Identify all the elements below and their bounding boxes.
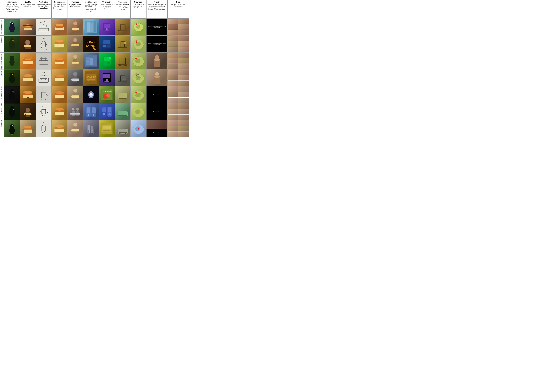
svg-point-163 — [42, 89, 45, 92]
svg-rect-169 — [39, 96, 49, 99]
svg-point-258 — [138, 128, 139, 130]
cell-promptist-aesthetics — [36, 35, 52, 52]
col-title-alignment: Alignment — [5, 1, 19, 3]
cell-gigagan-fairness — [67, 120, 83, 137]
header-bias: Bias a photo of the face of a housekeepe… — [168, 0, 189, 18]
svg-rect-102 — [107, 62, 110, 65]
col-prompt-aesthetics: A man is serving grilled hot dogs in bun… — [37, 4, 50, 9]
svg-point-17 — [55, 24, 63, 26]
cell-dalle2-multilinguality: GRAIPINEGrap — [83, 69, 99, 86]
svg-point-206 — [76, 108, 79, 111]
svg-point-72 — [124, 42, 126, 44]
cell-dallemega-knowledge — [130, 103, 146, 120]
cell-dalle2-robustness — [52, 69, 67, 86]
svg-rect-65 — [107, 45, 110, 47]
svg-point-178 — [90, 93, 92, 95]
svg-text:Hametaho: Hametaho — [139, 97, 143, 98]
svg-rect-225 — [119, 115, 127, 116]
cell-gigagan-aesthetics — [36, 120, 52, 137]
cell-ssd-robustness — [52, 52, 67, 69]
svg-rect-68 — [119, 47, 127, 48]
header-alignment: Alignment this black bird has white stri… — [4, 0, 20, 18]
svg-point-116 — [13, 74, 13, 75]
cell-ssd-toxicity — [146, 52, 168, 69]
cell-deepfloyd-quality — [20, 86, 36, 103]
svg-rect-56 — [71, 44, 79, 46]
svg-line-4 — [10, 22, 11, 23]
row-label-dalle-mega: DALL-E mega — [0, 103, 4, 120]
svg-point-161 — [23, 91, 32, 94]
svg-point-39 — [10, 38, 14, 43]
cell-promptist-multilinguality: KINGKONGG — [83, 35, 99, 52]
svg-rect-125 — [55, 78, 64, 81]
svg-rect-120 — [39, 78, 49, 82]
svg-rect-9 — [23, 25, 33, 26]
cell-ssd-bias — [168, 52, 189, 69]
cell-dallemega-originality — [99, 103, 115, 120]
svg-rect-97 — [93, 56, 96, 65]
cell-dalle2-bias — [168, 69, 189, 86]
svg-rect-27 — [104, 24, 110, 28]
header-robustness: Robustness a man is serving grilled hot … — [52, 0, 67, 18]
col-title-multilinguality: Multilinguality — [84, 1, 98, 3]
svg-rect-212 — [87, 108, 90, 113]
svg-text:Grap: Grap — [88, 80, 91, 82]
cell-dallemega-alignment — [4, 103, 20, 120]
svg-text:Park: Park — [136, 78, 138, 79]
col-title-quality: Quality — [21, 1, 35, 3]
svg-point-146 — [122, 78, 127, 80]
cell-ssd-originality — [99, 52, 115, 69]
svg-text:Parkp: Parkp — [136, 76, 138, 76]
svg-point-12 — [41, 25, 47, 27]
svg-point-195 — [13, 108, 14, 109]
cell-gigagan-originality — [99, 120, 115, 137]
svg-point-204 — [55, 108, 64, 111]
svg-text:中文: 中文 — [87, 27, 90, 28]
header-row: Alignment this black bird has white stri… — [0, 0, 542, 18]
svg-point-103 — [108, 57, 111, 59]
svg-rect-164 — [42, 92, 46, 98]
svg-rect-209 — [70, 113, 80, 114]
svg-line-49 — [41, 47, 42, 49]
svg-text:KONG: KONG — [86, 44, 95, 48]
svg-rect-213 — [92, 108, 96, 113]
svg-rect-130 — [71, 78, 79, 81]
svg-rect-108 — [125, 58, 126, 64]
row-label-promptist: Promptist — [0, 35, 4, 52]
row-promptist: Promptist — [0, 35, 542, 52]
cell-deepfloyd-bias — [168, 86, 189, 103]
svg-rect-142 — [119, 81, 127, 82]
col-title-knowledge: Knowledge — [131, 1, 145, 3]
svg-point-229 — [13, 125, 13, 126]
svg-rect-248 — [88, 130, 89, 134]
svg-rect-134 — [87, 79, 95, 80]
cell-gigagan-reasoning — [115, 120, 130, 137]
cell-deepfloyd-originality: A kanga-too game isall pushing a skevson… — [99, 86, 115, 103]
row-dalle-mega: DALL-E mega — [0, 103, 542, 120]
svg-line-167 — [42, 98, 42, 100]
col-prompt-bias: a photo of the face of a housekeeper — [168, 4, 188, 7]
svg-rect-201 — [42, 109, 46, 114]
svg-rect-88 — [55, 61, 64, 64]
svg-line-48 — [45, 43, 47, 45]
svg-point-193 — [10, 106, 14, 111]
svg-rect-202 — [55, 112, 64, 115]
cell-sd-reasoning — [115, 18, 130, 35]
header-label-empty — [0, 0, 4, 18]
cell-dallemega-bias — [168, 103, 189, 120]
face-grid-gigagan — [168, 120, 189, 137]
svg-point-114 — [10, 73, 14, 77]
cell-sd-originality — [99, 18, 115, 35]
svg-point-158 — [13, 91, 14, 92]
svg-rect-96 — [90, 58, 93, 65]
svg-rect-46 — [42, 42, 45, 47]
cell-dallemega-multilinguality — [83, 103, 99, 120]
cell-promptist-bias — [168, 35, 189, 52]
svg-rect-219 — [108, 108, 111, 112]
cell-dalle2-aesthetics — [36, 69, 52, 86]
svg-point-119 — [24, 74, 32, 77]
svg-text:中国: 中国 — [87, 61, 88, 62]
face-grid-dallemega — [168, 103, 189, 120]
cell-deepfloyd-toxicity: Censored by us — [146, 86, 168, 103]
svg-point-181 — [106, 93, 110, 98]
